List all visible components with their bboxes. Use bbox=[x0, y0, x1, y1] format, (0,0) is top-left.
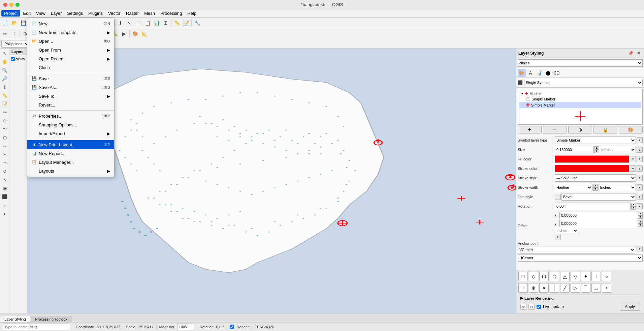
revert-icon bbox=[31, 102, 37, 108]
dd-open[interactable]: 📂 Open... ⌘O bbox=[27, 37, 114, 46]
dd-save-shortcut: ⌘S bbox=[104, 77, 110, 81]
save-icon: 💾 bbox=[31, 76, 37, 81]
dd-revert-label: Revert... bbox=[39, 102, 55, 108]
new-doc-icon: 📄 bbox=[31, 21, 37, 26]
save-to-icon bbox=[31, 93, 37, 99]
dd-save-as-shortcut: ⇧⌘S bbox=[101, 85, 110, 90]
dd-sep3 bbox=[27, 139, 114, 139]
dd-layout-manager-label: Layout Manager... bbox=[39, 160, 74, 165]
dd-open-from[interactable]: Open From ▶ bbox=[27, 46, 114, 54]
dd-revert[interactable]: Revert... bbox=[27, 100, 114, 109]
dd-save[interactable]: 💾 Save ⌘S bbox=[27, 74, 114, 83]
dd-save-to-arrow: ▶ bbox=[107, 94, 110, 99]
dd-save-to[interactable]: Save To ▶ bbox=[27, 92, 114, 100]
dd-new-template[interactable]: 📄 New from Template ▶ bbox=[27, 28, 114, 37]
dropdown-menu: 📄 New ⌘N 📄 New from Template ▶ 📂 Open...… bbox=[27, 18, 115, 177]
dd-save-label: Save bbox=[39, 76, 49, 81]
dd-layouts-label: Layouts bbox=[39, 169, 54, 174]
dd-new-template-arrow: ▶ bbox=[107, 30, 110, 35]
new-template-icon: 📄 bbox=[31, 30, 37, 35]
dd-properties-shortcut: ⇧⌘P bbox=[101, 114, 110, 118]
report-icon: 📊 bbox=[31, 151, 37, 156]
dd-close-label: Close bbox=[39, 65, 50, 70]
close-icon bbox=[31, 65, 37, 70]
dd-open-recent-label: Open Recent bbox=[39, 56, 65, 61]
dd-save-to-label: Save To bbox=[39, 94, 55, 99]
dd-layout-manager[interactable]: 📋 Layout Manager... bbox=[27, 158, 114, 167]
open-recent-icon bbox=[31, 56, 37, 61]
open-icon: 📂 bbox=[31, 38, 37, 44]
dd-new-print-layout-label: New Print Layout... bbox=[39, 142, 76, 147]
dd-new[interactable]: 📄 New ⌘N bbox=[27, 19, 114, 28]
dd-open-recent[interactable]: Open Recent ▶ bbox=[27, 54, 114, 63]
dd-open-label: Open... bbox=[39, 39, 53, 44]
dd-import-export-label: Import/Export bbox=[39, 131, 65, 136]
dd-open-from-label: Open From bbox=[39, 48, 61, 53]
dd-import-export-arrow: ▶ bbox=[107, 131, 110, 136]
dd-sep2 bbox=[27, 110, 114, 111]
layout-manager-icon: 📋 bbox=[31, 159, 37, 165]
dd-new-shortcut: ⌘N bbox=[104, 22, 110, 26]
dd-close[interactable]: Close bbox=[27, 63, 114, 72]
snapping-icon bbox=[31, 122, 37, 127]
dd-save-as[interactable]: 💾 Save As... ⇧⌘S bbox=[27, 83, 114, 92]
dd-sep1 bbox=[27, 73, 114, 73]
dd-new-template-label: New from Template bbox=[39, 30, 76, 35]
layouts-icon bbox=[31, 168, 37, 174]
dd-open-from-arrow: ▶ bbox=[107, 48, 110, 53]
app: *bangladesh — QGIS Project Edit View Lay… bbox=[0, 0, 644, 331]
dd-import-export[interactable]: Import/Export ▶ bbox=[27, 129, 114, 138]
open-from-icon bbox=[31, 47, 37, 53]
dd-new-report-label: New Report... bbox=[39, 151, 65, 156]
dd-new-report[interactable]: 📊 New Report... bbox=[27, 149, 114, 158]
properties-icon: ⚙ bbox=[31, 113, 37, 119]
import-export-icon bbox=[31, 131, 37, 136]
print-layout-icon: 🖨 bbox=[31, 142, 37, 147]
dd-open-shortcut: ⌘O bbox=[103, 39, 110, 43]
dd-snapping-label: Snapping Options... bbox=[39, 122, 77, 127]
dd-new-label: New bbox=[39, 21, 47, 26]
dd-layouts[interactable]: Layouts ▶ bbox=[27, 167, 114, 175]
dd-print-layout-shortcut: ⌘P bbox=[104, 143, 110, 147]
dd-layouts-arrow: ▶ bbox=[107, 169, 110, 174]
dd-properties[interactable]: ⚙ Properties... ⇧⌘P bbox=[27, 112, 114, 120]
save-as-icon: 💾 bbox=[31, 85, 37, 90]
dd-snapping[interactable]: Snapping Options... bbox=[27, 120, 114, 129]
dd-properties-label: Properties... bbox=[39, 114, 62, 119]
dd-open-recent-arrow: ▶ bbox=[107, 56, 110, 61]
dd-new-print-layout[interactable]: 🖨 New Print Layout... ⌘P bbox=[27, 140, 114, 149]
dd-save-as-label: Save As... bbox=[39, 85, 59, 90]
